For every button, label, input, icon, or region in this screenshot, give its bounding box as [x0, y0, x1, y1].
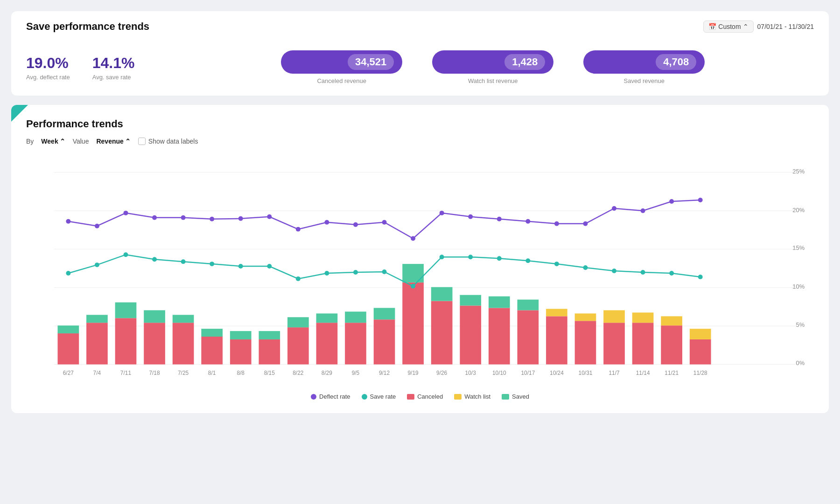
deflect-dot	[382, 220, 387, 225]
bar-canceled	[259, 339, 280, 365]
legend-deflect-label: Deflect rate	[319, 393, 350, 400]
deflect-dot	[324, 220, 329, 225]
chevron-icon: ⌃	[743, 23, 749, 30]
bar-saved	[230, 331, 252, 339]
bar-canceled	[661, 325, 682, 364]
bar-canceled	[316, 323, 338, 364]
save-dot	[181, 259, 186, 264]
svg-text:8/8: 8/8	[237, 370, 245, 376]
bar-canceled	[575, 321, 596, 364]
deflect-dot	[181, 215, 186, 220]
bar-saved	[402, 264, 424, 283]
bar-canceled	[287, 327, 309, 364]
chart-title: Performance trends	[26, 118, 814, 130]
legend-save-dot	[362, 394, 367, 400]
bar-canceled	[86, 323, 108, 364]
bar-saved	[518, 300, 539, 311]
save-rate-label: Avg. save rate	[92, 74, 135, 81]
svg-text:10/10: 10/10	[492, 370, 506, 376]
bar-canceled	[489, 308, 510, 364]
bar-saved	[173, 315, 194, 323]
deflect-dot	[641, 208, 645, 213]
svg-text:0%: 0%	[796, 359, 805, 366]
deflect-dot	[296, 227, 301, 232]
svg-text:8/1: 8/1	[208, 370, 216, 376]
teal-corner-decoration	[11, 105, 28, 122]
save-dot	[411, 284, 415, 289]
bar-saved	[431, 287, 453, 301]
save-dot	[612, 269, 616, 273]
bar-canceled	[431, 301, 453, 365]
week-selector[interactable]: Week ⌃	[41, 138, 65, 145]
svg-text:20%: 20%	[792, 207, 805, 214]
bar-saved	[374, 308, 395, 319]
svg-text:8/22: 8/22	[293, 370, 304, 376]
svg-text:6/27: 6/27	[63, 370, 74, 376]
bar-watchlist	[632, 312, 654, 323]
show-data-labels-toggle[interactable]: Show data labels	[138, 138, 198, 145]
watchlist-revenue-group: 1,428 Watch list revenue	[432, 50, 553, 84]
svg-text:8/29: 8/29	[322, 370, 333, 376]
svg-text:7/4: 7/4	[93, 370, 101, 376]
svg-text:8/15: 8/15	[264, 370, 275, 376]
chart-area: 25% 20% 15% 10% 5% 0%	[26, 154, 814, 387]
save-dot	[238, 264, 243, 269]
saved-revenue-value: 4,708	[656, 54, 696, 70]
custom-date-button[interactable]: 📅 Custom ⌃	[703, 21, 753, 33]
revenue-chevron: ⌃	[125, 138, 131, 145]
bar-saved	[460, 295, 481, 306]
canceled-revenue-value: 34,521	[348, 54, 394, 70]
value-label: Value	[73, 138, 89, 145]
svg-text:25%: 25%	[792, 168, 805, 175]
deflect-dot	[95, 224, 99, 228]
bar-canceled	[58, 333, 79, 365]
svg-text:10/3: 10/3	[465, 370, 476, 376]
bar-watchlist	[546, 309, 567, 316]
legend-canceled: Canceled	[407, 393, 443, 400]
bar-saved	[489, 297, 510, 308]
legend-saved-label: Saved	[512, 393, 529, 400]
bar-canceled	[518, 310, 539, 364]
date-range-text: 07/01/21 - 11/30/21	[757, 23, 814, 30]
save-dot	[267, 264, 272, 269]
deflect-dot	[468, 214, 473, 219]
bar-canceled	[173, 323, 194, 364]
deflect-dot	[152, 215, 157, 220]
watchlist-revenue-pill: 1,428	[432, 50, 553, 74]
deflect-dot	[210, 217, 214, 221]
svg-text:15%: 15%	[792, 244, 805, 251]
svg-text:9/19: 9/19	[408, 370, 419, 376]
svg-text:11/7: 11/7	[609, 370, 620, 376]
save-rate-metric: 14.1% Avg. save rate	[92, 55, 135, 81]
save-dot	[468, 255, 473, 259]
svg-text:7/18: 7/18	[149, 370, 160, 376]
legend-canceled-label: Canceled	[417, 393, 443, 400]
custom-label: Custom	[718, 23, 741, 30]
checkbox[interactable]	[138, 138, 146, 145]
svg-text:9/12: 9/12	[379, 370, 390, 376]
deflect-rate-value: 19.0%	[26, 55, 70, 72]
bar-canceled	[374, 319, 395, 364]
chart-controls: By Week ⌃ Value Revenue ⌃ Show data labe…	[26, 138, 814, 145]
legend-save-label: Save rate	[370, 393, 396, 400]
deflect-dot	[698, 198, 703, 202]
revenue-selector[interactable]: Revenue ⌃	[96, 138, 130, 145]
save-dot	[95, 262, 99, 267]
bar-watchlist	[661, 316, 682, 325]
svg-text:11/14: 11/14	[636, 370, 650, 376]
legend-canceled-rect	[407, 394, 414, 400]
svg-text:9/26: 9/26	[436, 370, 448, 376]
deflect-dot	[669, 199, 674, 204]
legend-deflect-dot	[311, 394, 316, 400]
bar-saved	[86, 315, 108, 323]
bar-watchlist	[603, 310, 625, 323]
deflect-rate-label: Avg. deflect rate	[26, 74, 70, 81]
week-chevron: ⌃	[60, 138, 65, 145]
bar-canceled	[230, 339, 252, 365]
show-labels-text: Show data labels	[148, 138, 198, 145]
save-dot	[152, 257, 157, 262]
svg-text:11/28: 11/28	[693, 370, 707, 376]
saved-revenue-pill: 4,708	[583, 50, 705, 74]
legend-saved: Saved	[502, 393, 529, 400]
deflect-dot	[583, 221, 588, 226]
